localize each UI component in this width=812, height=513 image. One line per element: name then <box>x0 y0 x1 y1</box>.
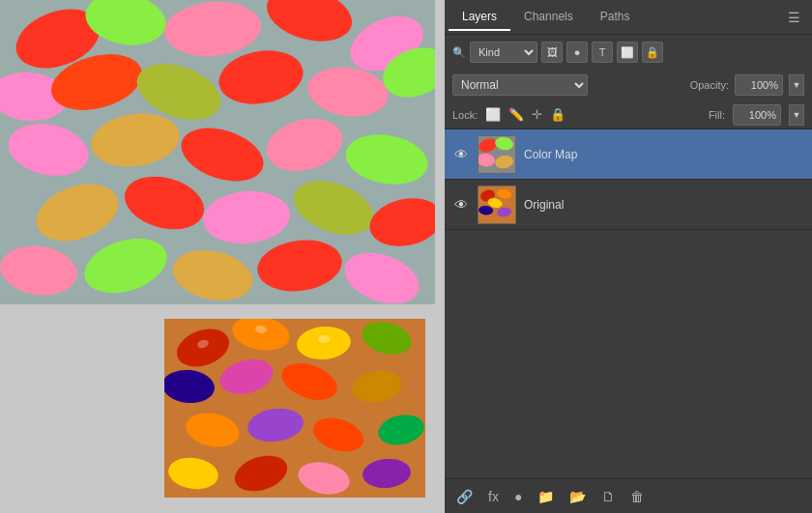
layer-item-original[interactable]: 👁 Original <box>445 180 812 230</box>
lock-pixels-icon[interactable]: ⬜ <box>485 107 501 122</box>
fill-dropdown[interactable]: ▼ <box>789 104 804 126</box>
fx-icon[interactable]: fx <box>484 487 503 506</box>
canvas-bottom-image <box>164 319 425 498</box>
pixel-filter-icon[interactable]: 🖼 <box>541 42 563 63</box>
delete-layer-icon[interactable]: 🗑 <box>626 487 648 506</box>
adjustment-filter-icon[interactable]: ● <box>566 42 588 63</box>
blend-mode-row: Normal Opacity: ▼ <box>445 70 812 100</box>
canvas-top-image <box>0 0 435 304</box>
shape-filter-icon[interactable]: ⬜ <box>617 42 638 63</box>
layer-name-colormap: Color Map <box>524 148 577 161</box>
bottom-toolbar: 🔗 fx ● 📁 📂 🗋 🗑 <box>445 478 812 513</box>
search-icon: 🔍 <box>452 46 466 59</box>
blend-mode-select[interactable]: Normal <box>452 74 588 96</box>
mask-icon[interactable]: ● <box>510 487 526 506</box>
layer-visibility-colormap[interactable]: 👁 <box>452 147 470 162</box>
type-filter-icon[interactable]: T <box>592 42 613 63</box>
opacity-dropdown[interactable]: ▼ <box>789 74 804 96</box>
layer-visibility-original[interactable]: 👁 <box>452 197 470 213</box>
opacity-label: Opacity: <box>690 79 729 91</box>
lock-row: Lock: ⬜ ✏️ ✛ 🔒 Fill: ▼ <box>445 100 812 129</box>
panel-menu-icon[interactable]: ☰ <box>780 6 808 29</box>
smart-filter-icon[interactable]: 🔒 <box>642 42 663 63</box>
opacity-input[interactable] <box>735 74 783 96</box>
new-layer-icon[interactable]: 🗋 <box>597 487 619 506</box>
panel-tabs: Layers Channels Paths ☰ <box>445 0 812 35</box>
group-icon[interactable]: 📂 <box>566 487 590 506</box>
fill-input[interactable] <box>733 104 781 126</box>
adjustment-icon[interactable]: 📁 <box>534 487 558 506</box>
fill-label: Fill: <box>709 109 725 121</box>
svg-point-46 <box>318 335 330 343</box>
lock-position-icon[interactable]: ✛ <box>532 107 542 122</box>
canvas-area <box>0 0 445 513</box>
layers-panel: Layers Channels Paths ☰ 🔍 Kind 🖼 ● T ⬜ 🔒… <box>445 0 812 513</box>
kind-select[interactable]: Kind <box>470 42 537 63</box>
lock-image-icon[interactable]: ✏️ <box>508 107 524 122</box>
layer-name-original: Original <box>524 198 564 212</box>
lock-label: Lock: <box>452 109 478 121</box>
tab-channels[interactable]: Channels <box>510 4 587 31</box>
tab-layers[interactable]: Layers <box>449 4 510 31</box>
filter-row: 🔍 Kind 🖼 ● T ⬜ 🔒 <box>445 35 812 70</box>
link-icon[interactable]: 🔗 <box>452 487 477 506</box>
lock-all-icon[interactable]: 🔒 <box>550 107 566 122</box>
layer-thumb-original <box>478 185 516 224</box>
layer-thumb-colormap <box>478 135 516 174</box>
layer-item-colormap[interactable]: 👁 Color Map <box>445 129 812 180</box>
tab-paths[interactable]: Paths <box>587 4 644 31</box>
layers-list: 👁 Color Map 👁 <box>445 129 812 478</box>
